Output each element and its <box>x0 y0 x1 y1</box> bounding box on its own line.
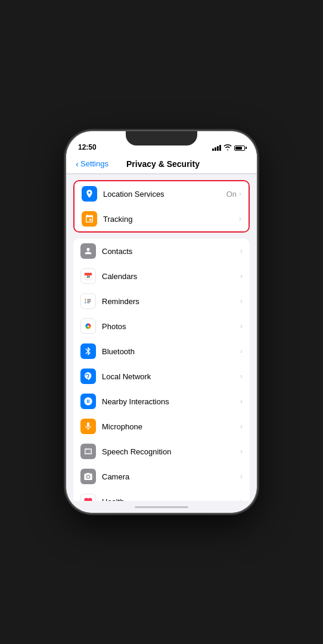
microphone-chevron-icon: › <box>240 422 243 431</box>
tracking-chevron-icon: › <box>239 215 241 223</box>
tracking-icon <box>82 211 97 227</box>
photos-label: Photos <box>102 322 240 331</box>
location-services-chevron-icon: › <box>239 190 241 198</box>
page-title: Privacy & Security <box>79 159 247 169</box>
local-network-icon <box>80 369 96 384</box>
battery-icon <box>234 145 245 151</box>
bluetooth-item[interactable]: Bluetooth › <box>73 339 250 364</box>
svg-point-4 <box>85 299 86 300</box>
phone-frame: 12:50 <box>66 131 257 513</box>
calendars-chevron-icon: › <box>240 272 243 280</box>
calendars-icon: 14 <box>80 268 96 284</box>
microphone-item[interactable]: Microphone › <box>73 414 250 439</box>
local-network-label: Local Network <box>102 372 240 381</box>
reminders-icon <box>80 293 96 309</box>
phone-screen: 12:50 <box>66 131 257 513</box>
speech-recognition-icon <box>80 444 96 459</box>
svg-rect-8 <box>87 301 91 301</box>
location-services-value: On <box>226 190 237 199</box>
camera-item[interactable]: Camera › <box>73 464 250 489</box>
contacts-icon <box>80 243 96 259</box>
microphone-label: Microphone <box>102 422 240 431</box>
bluetooth-chevron-icon: › <box>240 347 243 355</box>
reminders-label: Reminders <box>102 297 240 306</box>
camera-label: Camera <box>102 472 240 481</box>
photos-item[interactable]: Photos › <box>73 314 250 339</box>
svg-text:14: 14 <box>86 275 90 278</box>
local-network-chevron-icon: › <box>240 372 243 380</box>
tracking-item[interactable]: Tracking › <box>74 206 249 231</box>
contacts-chevron-icon: › <box>240 247 243 255</box>
svg-rect-7 <box>87 299 91 300</box>
wifi-icon <box>223 144 232 151</box>
calendars-label: Calendars <box>102 272 240 281</box>
location-services-icon <box>82 186 97 202</box>
health-item[interactable]: Health › <box>73 489 250 501</box>
health-icon <box>80 494 96 501</box>
svg-rect-9 <box>87 302 90 303</box>
health-label: Health <box>102 497 240 501</box>
location-tracking-section: Location Services On › Tracking › <box>73 180 250 233</box>
bluetooth-icon <box>80 343 96 359</box>
svg-rect-2 <box>85 273 92 275</box>
svg-point-10 <box>88 326 89 327</box>
svg-point-5 <box>85 301 86 302</box>
privacy-items-section: Contacts › 14 Calendars › <box>73 239 250 501</box>
camera-icon <box>80 469 96 484</box>
local-network-item[interactable]: Local Network › <box>73 364 250 389</box>
health-chevron-icon: › <box>240 497 243 501</box>
tracking-label: Tracking <box>103 215 239 224</box>
notch <box>126 131 197 145</box>
microphone-icon <box>80 419 96 434</box>
speech-recognition-item[interactable]: Speech Recognition › <box>73 439 250 464</box>
location-services-item[interactable]: Location Services On › <box>74 181 249 206</box>
status-icons <box>212 144 245 151</box>
camera-chevron-icon: › <box>240 472 243 481</box>
contacts-item[interactable]: Contacts › <box>73 239 250 264</box>
nearby-interactions-icon <box>80 394 96 409</box>
speech-recognition-label: Speech Recognition <box>102 447 240 456</box>
reminders-item[interactable]: Reminders › <box>73 289 250 314</box>
nearby-interactions-item[interactable]: Nearby Interactions › <box>73 389 250 414</box>
nearby-interactions-label: Nearby Interactions <box>102 397 240 406</box>
reminders-chevron-icon: › <box>240 297 243 305</box>
navigation-bar: ‹ Settings Privacy & Security <box>66 155 257 174</box>
signal-icon <box>212 145 221 151</box>
home-indicator <box>66 501 257 513</box>
calendars-item[interactable]: 14 Calendars › <box>73 264 250 289</box>
status-time: 12:50 <box>78 143 97 151</box>
location-services-label: Location Services <box>103 190 226 199</box>
settings-content: Location Services On › Tracking › <box>66 174 257 501</box>
svg-point-6 <box>85 302 86 304</box>
photos-chevron-icon: › <box>240 322 243 330</box>
photos-icon <box>80 318 96 334</box>
home-bar <box>135 506 188 508</box>
speech-recognition-chevron-icon: › <box>240 447 243 456</box>
contacts-label: Contacts <box>102 247 240 256</box>
nearby-interactions-chevron-icon: › <box>240 397 243 405</box>
bluetooth-label: Bluetooth <box>102 347 240 356</box>
